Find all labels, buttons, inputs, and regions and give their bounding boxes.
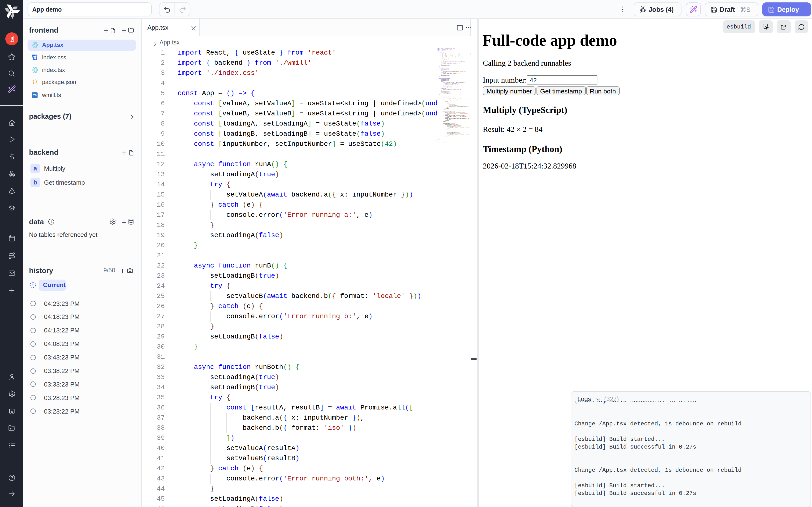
svg-text:TS: TS bbox=[33, 94, 37, 97]
